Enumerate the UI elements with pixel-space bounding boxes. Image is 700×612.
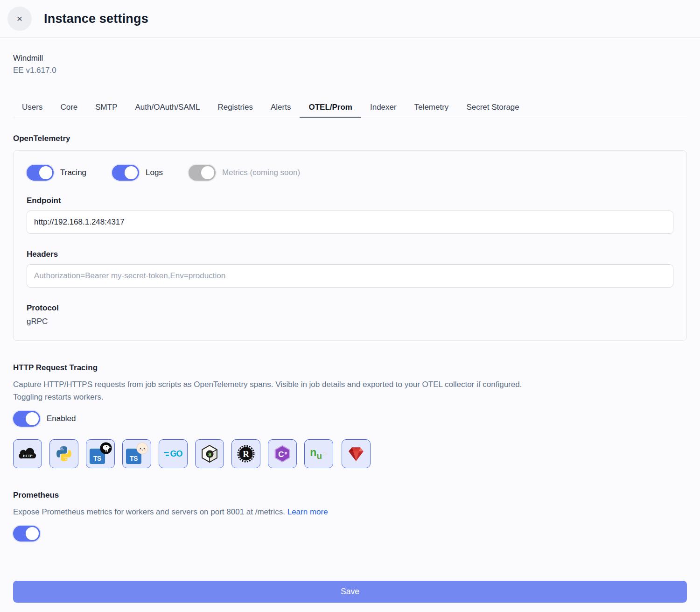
app-name: Windmill (13, 52, 687, 64)
nu-letter-u: u (316, 451, 322, 460)
otel-toggle-group-2: Metrics (coming soon) (189, 165, 300, 181)
tab-smtp[interactable]: SMTP (86, 96, 126, 118)
lang-rust-button[interactable]: R (231, 439, 260, 468)
http-tracing-description-line1: Capture HTTP/HTTPS requests from job scr… (13, 380, 522, 389)
deno-badge-icon (100, 442, 112, 454)
language-button-row: HTTPTSTSGO$RC#nu> (13, 439, 687, 468)
svg-text:$: $ (208, 451, 211, 457)
close-button[interactable]: × (7, 7, 32, 31)
bash-icon: $ (201, 444, 218, 463)
svg-text:#: # (285, 450, 287, 456)
lang-http-button[interactable]: HTTP (13, 439, 42, 468)
nu-icon: nu> (310, 447, 327, 460)
rust-icon: R (237, 444, 255, 463)
modal-content: Windmill EE v1.617.0 UsersCoreSMTPAuth/O… (0, 52, 700, 542)
prometheus-description: Expose Prometheus metrics for workers an… (13, 506, 687, 518)
opentelemetry-panel: TracingLogsMetrics (coming soon) Endpoin… (13, 150, 687, 341)
section-title-prometheus: Prometheus (13, 491, 687, 500)
lang-bash-button[interactable]: $ (195, 439, 224, 468)
otel-toggle-label: Logs (146, 168, 163, 177)
toggle-knob (201, 166, 214, 179)
bun-icon: TS (126, 443, 147, 464)
lang-bun-button[interactable]: TS (122, 439, 151, 468)
otel-toggle-metrics (189, 165, 216, 181)
lang-csharp-button[interactable]: C# (268, 439, 297, 468)
tab-indexer[interactable]: Indexer (361, 96, 406, 118)
learn-more-link[interactable]: Learn more (287, 507, 328, 516)
tab-auth-oauth-saml[interactable]: Auth/OAuth/SAML (126, 96, 209, 118)
go-speed-lines (164, 452, 169, 456)
toggle-knob (39, 166, 52, 179)
headers-label: Headers (27, 250, 673, 259)
csharp-icon: C# (273, 445, 291, 463)
headers-input[interactable] (27, 264, 673, 288)
otel-toggle-label: Tracing (60, 168, 86, 177)
endpoint-label: Endpoint (27, 196, 673, 205)
section-title-http-tracing: HTTP Request Tracing (13, 363, 687, 373)
otel-toggle-row: TracingLogsMetrics (coming soon) (27, 165, 673, 181)
nu-letter-n: n (310, 447, 316, 458)
toggle-knob (26, 412, 39, 425)
go-icon: GO (164, 449, 182, 459)
otel-toggle-group-1: Logs (112, 165, 163, 181)
tab-bar: UsersCoreSMTPAuth/OAuth/SAMLRegistriesAl… (13, 96, 687, 118)
endpoint-input[interactable] (27, 211, 673, 234)
http-tracing-description-line2: Toggling restarts workers. (13, 393, 104, 401)
nu-prompt-arrow: > (322, 449, 328, 458)
go-letters: GO (170, 449, 182, 459)
app-version: EE v1.617.0 (13, 64, 687, 77)
prometheus-toggle[interactable] (13, 526, 40, 542)
http-tracing-toggle-row: Enabled (13, 411, 687, 427)
tab-otel-prom[interactable]: OTEL/Prom (300, 96, 361, 118)
tab-alerts[interactable]: Alerts (262, 96, 300, 118)
protocol-value: gRPC (27, 317, 673, 326)
svg-text:HTTP: HTTP (23, 453, 32, 457)
prometheus-description-text: Expose Prometheus metrics for workers an… (13, 507, 285, 516)
lang-go-button[interactable]: GO (159, 439, 188, 468)
modal-header: × Instance settings (0, 0, 700, 38)
lang-deno-button[interactable]: TS (86, 439, 115, 468)
lang-python-button[interactable] (49, 439, 78, 468)
tab-secret-storage[interactable]: Secret Storage (457, 96, 528, 118)
section-title-opentelemetry: OpenTelemetry (13, 134, 687, 143)
protocol-label: Protocol (27, 303, 673, 313)
http-tracing-toggle[interactable] (13, 411, 40, 427)
bun-badge-icon (136, 442, 148, 454)
tab-registries[interactable]: Registries (209, 96, 262, 118)
lang-ruby-button[interactable] (342, 439, 371, 468)
ruby-icon (347, 445, 365, 462)
tab-telemetry[interactable]: Telemetry (406, 96, 458, 118)
lang-nu-button[interactable]: nu> (304, 439, 333, 468)
deno-icon: TS (90, 443, 111, 464)
page-title: Instance settings (44, 12, 148, 26)
tab-core[interactable]: Core (51, 96, 86, 118)
app-info: Windmill EE v1.617.0 (13, 52, 687, 77)
svg-text:R: R (243, 449, 249, 459)
otel-toggle-logs[interactable] (112, 165, 139, 181)
http-tracing-toggle-label: Enabled (47, 414, 76, 423)
python-icon (56, 445, 72, 462)
toggle-knob (125, 166, 138, 179)
prometheus-toggle-row (13, 526, 687, 542)
otel-toggle-label: Metrics (coming soon) (222, 168, 300, 177)
otel-toggle-tracing[interactable] (27, 165, 54, 181)
http-tracing-description: Capture HTTP/HTTPS requests from job scr… (13, 378, 687, 403)
close-icon: × (17, 13, 22, 24)
svg-text:C: C (278, 450, 284, 459)
http-icon: HTTP (18, 448, 37, 460)
toggle-knob (26, 527, 39, 540)
otel-toggle-group-0: Tracing (27, 165, 86, 181)
save-button[interactable]: Save (13, 581, 687, 603)
tab-users[interactable]: Users (13, 96, 51, 118)
